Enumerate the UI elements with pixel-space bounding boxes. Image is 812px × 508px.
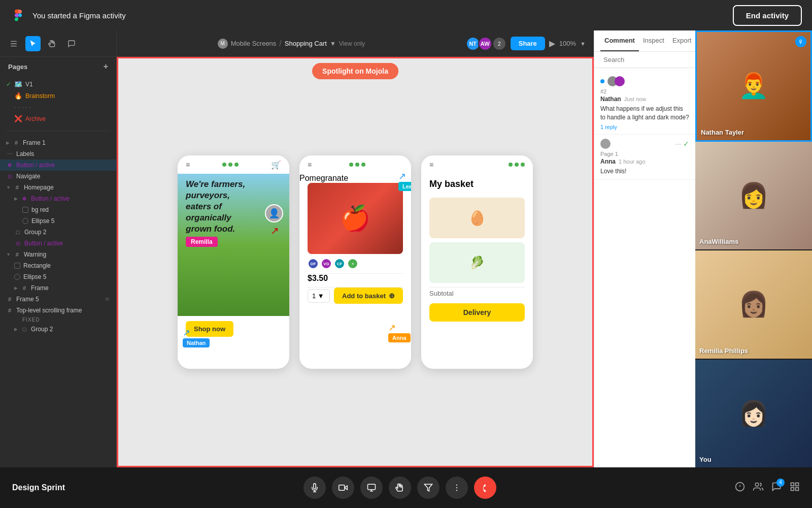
add-basket-button[interactable]: Add to basket ⊕	[334, 288, 403, 304]
more-options-button[interactable]	[446, 477, 468, 499]
hand-raise-icon	[395, 483, 404, 492]
svg-point-14	[456, 490, 457, 491]
remilla-tag: Remilla	[186, 237, 218, 247]
people-button[interactable]	[753, 482, 763, 494]
video-tile-nathan: 👨‍🦰 Nathan Tayler 🎙	[695, 30, 812, 142]
figma-toolbar	[0, 30, 116, 57]
more-icon	[452, 483, 461, 492]
info-button[interactable]	[735, 482, 745, 494]
screen-share-button[interactable]	[360, 477, 383, 499]
end-activity-button[interactable]: End activity	[733, 5, 802, 26]
layer-rectangle[interactable]: Rectangle	[0, 260, 116, 271]
leandro-cursor-icon: ↗	[398, 171, 406, 182]
layer-bg-red[interactable]: bg red	[0, 204, 116, 215]
layer-ellipse5-2[interactable]: Ellipse 5	[0, 271, 116, 282]
layer-labels[interactable]: ⋯ Labels	[0, 148, 116, 160]
layer-frame1[interactable]: ▶ # Frame 1	[0, 137, 116, 148]
top-bar-left: You started a Figma activity	[10, 7, 126, 23]
dot2-green	[349, 163, 353, 167]
comment1-header	[600, 76, 689, 86]
play-button[interactable]: ▶	[549, 39, 555, 48]
activity-text: You started a Figma activity	[32, 11, 126, 20]
view-only-label: View only	[339, 40, 365, 47]
layer-button-active-1[interactable]: ❖ Button / active	[0, 160, 116, 171]
more-icon[interactable]: ···	[675, 140, 681, 148]
menu-icon[interactable]	[6, 36, 21, 51]
comment2-text: Love this!	[600, 167, 689, 176]
comment-list: #2 Nathan Just now What happens if we ad…	[594, 68, 695, 467]
breadcrumb-current[interactable]: Shopping Cart	[285, 40, 327, 47]
share-button[interactable]: Share	[511, 37, 545, 50]
video-name-ana: AnaWilliams	[699, 238, 738, 245]
comment-item-2: ··· ✓ Page 1 Anna 1 hour ago Love this!	[594, 135, 695, 180]
delivery-button[interactable]: Delivery	[429, 303, 525, 322]
layer-navigate[interactable]: ⊙ Navigate	[0, 171, 116, 182]
dot2-green-2	[355, 163, 359, 167]
comment2-page: Page 1	[600, 151, 689, 157]
main-content: Pages + ✓ 🗺️ V1 🔥 Brainstorm - - - - - ❌…	[0, 30, 812, 467]
layer-button-active-2[interactable]: ▶ ❖ Button / active	[0, 193, 116, 204]
screen1-dots	[222, 163, 239, 167]
layer-homepage[interactable]: ▼ # Homepage	[0, 182, 116, 193]
layer-group2-2[interactable]: ▶ □ Group 2	[0, 324, 116, 335]
zoom-level[interactable]: 100%	[559, 40, 576, 47]
comment-search-input[interactable]	[603, 56, 689, 64]
layer-scrolling-frame[interactable]: # Top-level scrolling frame	[0, 305, 116, 316]
comment1-replies[interactable]: 1 reply	[600, 124, 689, 130]
page-brainstorm[interactable]: 🔥 Brainstorm	[0, 90, 116, 102]
dropdown-icon[interactable]: ▼	[330, 40, 336, 47]
tab-export[interactable]: Export	[668, 30, 696, 51]
breadcrumb-parent: Mobile Screens	[231, 40, 277, 47]
grid-button[interactable]	[790, 482, 800, 494]
figma-nav-center: M Mobile Screens / Shopping Cart ▼ View …	[125, 39, 458, 49]
comment2-meta: Anna 1 hour ago	[600, 158, 689, 165]
hamburger-icon-3: ≡	[429, 161, 433, 169]
present-button[interactable]	[417, 477, 439, 499]
fixed-label: FIXED	[0, 316, 116, 324]
spotlight-banner[interactable]: Spotlight on Mojola	[312, 63, 398, 79]
layer-warning[interactable]: ▼ # Warning	[0, 249, 116, 260]
hand-tool[interactable]	[45, 36, 60, 51]
chat-button[interactable]: 4	[771, 482, 782, 494]
av-cf: CF	[334, 258, 345, 269]
layer-frame5[interactable]: # Frame 5 👁	[0, 294, 116, 305]
layer-group2[interactable]: □ Group 2	[0, 227, 116, 238]
layer-ellipse5[interactable]: Ellipse 5	[0, 215, 116, 227]
dashed-icon: ⋯	[6, 150, 13, 157]
select-tool[interactable]	[25, 36, 41, 51]
check-icon[interactable]: ✓	[683, 140, 689, 148]
tag-nathan: Nathan	[183, 338, 210, 347]
canvas-area[interactable]: Spotlight on Mojola ≡ 🛒	[117, 57, 594, 467]
dot2-green-3	[361, 163, 365, 167]
circle-icon	[22, 218, 28, 224]
camera-button[interactable]	[332, 477, 354, 499]
frame-icon-2: #	[14, 184, 21, 191]
end-call-button[interactable]	[474, 477, 496, 499]
svg-rect-21	[791, 487, 794, 490]
avatar-count: 2	[492, 37, 506, 51]
qty-select[interactable]: 1 ▼	[308, 289, 330, 303]
video-tile-you: 👩🏻 You	[695, 360, 812, 468]
eye-icon[interactable]: 👁	[105, 296, 110, 302]
tab-comment[interactable]: Comment	[600, 30, 639, 51]
layer-button-active-3[interactable]: ⊙ Button / active	[0, 238, 116, 249]
tab-inspect[interactable]: Inspect	[639, 30, 668, 51]
page-v1[interactable]: ✓ 🗺️ V1	[0, 78, 116, 90]
cart-icon[interactable]: 🛒	[271, 160, 281, 170]
tag-anna: Anna	[388, 333, 411, 342]
page-archive[interactable]: ❌ Archive	[0, 113, 116, 124]
figma-logo	[10, 7, 26, 23]
comment-tool[interactable]	[64, 36, 79, 51]
shop-now-button[interactable]: Shop now	[186, 321, 233, 337]
video-bg-nathan: 👨‍🦰	[697, 32, 810, 140]
bottom-controls	[303, 477, 496, 499]
video-bg-remilla: 👩🏽	[695, 250, 812, 359]
mic-icon	[310, 483, 319, 492]
separator	[6, 131, 110, 131]
add-page-icon[interactable]: +	[104, 62, 108, 71]
layer-frame-nested[interactable]: ▶ # Frame	[0, 282, 116, 294]
zoom-dropdown-icon[interactable]: ▼	[580, 41, 586, 47]
dot3-green-2	[515, 163, 519, 167]
hand-raise-button[interactable]	[389, 477, 411, 499]
mic-button[interactable]	[303, 477, 326, 499]
